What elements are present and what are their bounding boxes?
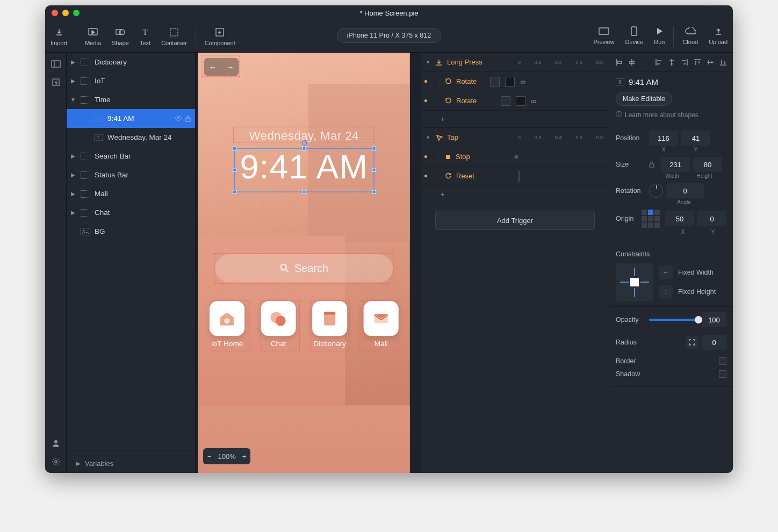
nav-forward-icon[interactable]: → bbox=[221, 58, 239, 76]
selection-box[interactable] bbox=[234, 148, 374, 192]
action-rotate-2[interactable]: ⋮⋮ Rotate ∞ bbox=[421, 91, 609, 111]
nav-back-forward[interactable]: ← → bbox=[204, 58, 239, 76]
svg-rect-6 bbox=[599, 28, 609, 34]
visibility-icon[interactable] bbox=[175, 116, 182, 122]
run-button[interactable]: Run bbox=[649, 26, 670, 47]
stop-icon bbox=[445, 154, 451, 160]
layer-statusbar[interactable]: ▶Status Bar bbox=[67, 166, 195, 184]
phone-preview: ← → Wednesday, Mar 24 9:41 AM bbox=[198, 53, 410, 473]
svg-text:T: T bbox=[618, 80, 622, 85]
position-x-input[interactable] bbox=[649, 131, 678, 146]
align-top-icon[interactable] bbox=[692, 57, 703, 68]
rotation-label: Rotation bbox=[616, 187, 646, 195]
dictionary-icon bbox=[312, 301, 347, 336]
app-chat[interactable]: Chat bbox=[261, 301, 296, 348]
layer-mail[interactable]: ▶Mail bbox=[67, 184, 195, 203]
width-input[interactable] bbox=[661, 157, 690, 172]
origin-grid[interactable] bbox=[642, 210, 660, 228]
close-window[interactable] bbox=[52, 10, 58, 16]
make-editable-button[interactable]: Make Editable bbox=[616, 92, 672, 106]
app-mail[interactable]: Mail bbox=[364, 301, 399, 348]
radius-label: Radius bbox=[616, 339, 646, 346]
container-button[interactable]: Container bbox=[156, 27, 192, 46]
link-dimensions-icon[interactable] bbox=[649, 161, 658, 168]
variables-section[interactable]: ▶Variables bbox=[67, 454, 195, 473]
border-label: Border bbox=[616, 357, 716, 365]
shape-button[interactable]: Shape bbox=[106, 27, 134, 46]
align-left2-icon[interactable] bbox=[653, 57, 664, 68]
add-action-tap[interactable]: + bbox=[421, 186, 609, 203]
layer-bg[interactable]: BG bbox=[67, 222, 195, 241]
nav-back-icon[interactable]: ← bbox=[204, 58, 222, 76]
align-bottom-icon[interactable] bbox=[718, 57, 729, 68]
device-button[interactable]: Device bbox=[620, 26, 649, 47]
position-y-input[interactable] bbox=[681, 131, 710, 146]
align-center-h-icon[interactable] bbox=[626, 57, 637, 68]
layer-searchbar[interactable]: ▶Search Bar bbox=[67, 147, 195, 166]
rotate-handle-icon[interactable] bbox=[301, 140, 308, 147]
opacity-slider[interactable] bbox=[649, 319, 698, 321]
actions-icon[interactable] bbox=[50, 76, 62, 88]
layer-time-941am[interactable]: T9:41 AM bbox=[67, 109, 195, 128]
component-button[interactable]: Component bbox=[199, 27, 241, 46]
app-dictionary[interactable]: Dictionary bbox=[312, 301, 347, 348]
lock-icon[interactable] bbox=[185, 116, 191, 122]
radius-input[interactable] bbox=[702, 335, 726, 350]
zoom-in-icon[interactable]: + bbox=[242, 452, 247, 461]
height-input[interactable] bbox=[693, 157, 722, 172]
fixed-width-toggle[interactable]: ↔Fixed Width bbox=[659, 265, 716, 279]
layer-time[interactable]: ▼Time bbox=[67, 90, 195, 109]
layer-iot[interactable]: ▶IoT bbox=[67, 71, 195, 90]
add-trigger-button[interactable]: Add Trigger bbox=[435, 211, 595, 230]
svg-rect-29 bbox=[446, 155, 450, 159]
rotation-input[interactable] bbox=[666, 183, 704, 198]
action-stop[interactable]: ⋮⋮ Stop bbox=[421, 147, 609, 167]
align-right-icon[interactable] bbox=[679, 57, 690, 68]
text-element-icon: T bbox=[616, 78, 624, 85]
window-title: * Home Screen.pie bbox=[45, 9, 733, 17]
rotate-icon bbox=[445, 97, 452, 104]
preview-button[interactable]: Preview bbox=[588, 26, 619, 47]
rotation-knob[interactable] bbox=[649, 184, 663, 198]
align-center-icon[interactable] bbox=[666, 57, 677, 68]
minimize-window[interactable] bbox=[62, 10, 69, 16]
origin-x-input[interactable] bbox=[665, 211, 694, 226]
media-button[interactable]: Media bbox=[80, 27, 106, 46]
import-button[interactable]: Import bbox=[45, 27, 73, 46]
app-iot-home[interactable]: IoT Home bbox=[210, 301, 244, 348]
triggers-panel: ▼ Long Press 00.20.40.60.8 ⋮⋮ Rotate ∞ ⋮… bbox=[421, 53, 609, 473]
radius-mode-icon[interactable] bbox=[686, 336, 698, 349]
canvas-search-bar[interactable]: Search bbox=[215, 254, 393, 283]
constraints-diagram[interactable] bbox=[616, 263, 653, 301]
svg-point-19 bbox=[83, 230, 84, 231]
zoom-window[interactable] bbox=[73, 10, 80, 16]
learn-more-link[interactable]: ⓘLearn more about shapes bbox=[616, 110, 726, 119]
origin-y-input[interactable] bbox=[697, 211, 726, 226]
align-left-icon[interactable] bbox=[614, 57, 624, 68]
shadow-toggle[interactable] bbox=[719, 370, 726, 378]
add-action-longpress[interactable]: + bbox=[421, 111, 609, 128]
align-middle-icon[interactable] bbox=[705, 57, 716, 68]
cloud-button[interactable]: Cloud bbox=[677, 26, 703, 47]
app-window: * Home Screen.pie Import Media Shape T T… bbox=[45, 5, 733, 473]
zoom-out-icon[interactable]: − bbox=[207, 452, 212, 461]
upload-button[interactable]: Upload bbox=[703, 26, 733, 47]
layer-time-date[interactable]: TWednesday, Mar 24 bbox=[67, 128, 195, 147]
device-selector[interactable]: iPhone 11 Pro / X 375 x 812 bbox=[337, 28, 441, 43]
settings-icon[interactable] bbox=[50, 456, 62, 468]
canvas[interactable]: ← → Wednesday, Mar 24 9:41 AM bbox=[196, 53, 421, 473]
opacity-input[interactable] bbox=[702, 312, 726, 327]
action-reset[interactable]: ⋮⋮ Reset bbox=[421, 167, 609, 186]
layer-chat[interactable]: ▶Chat bbox=[67, 203, 195, 222]
layer-dictionary[interactable]: ▶Dictionary bbox=[67, 53, 195, 71]
zoom-control[interactable]: − 100% + bbox=[203, 448, 250, 464]
trigger-tap-header[interactable]: ▼ Tap 00.20.40.60.8 bbox=[421, 128, 609, 147]
action-rotate-1[interactable]: ⋮⋮ Rotate ∞ bbox=[421, 72, 609, 91]
fixed-height-toggle[interactable]: ↕Fixed Height bbox=[659, 285, 716, 299]
text-button[interactable]: T Text bbox=[134, 27, 156, 46]
user-icon[interactable] bbox=[50, 437, 62, 449]
panel-toggle-icon[interactable] bbox=[50, 58, 62, 70]
border-toggle[interactable] bbox=[719, 357, 726, 365]
svg-point-12 bbox=[55, 461, 57, 463]
trigger-longpress-header[interactable]: ▼ Long Press 00.20.40.60.8 bbox=[421, 53, 609, 72]
